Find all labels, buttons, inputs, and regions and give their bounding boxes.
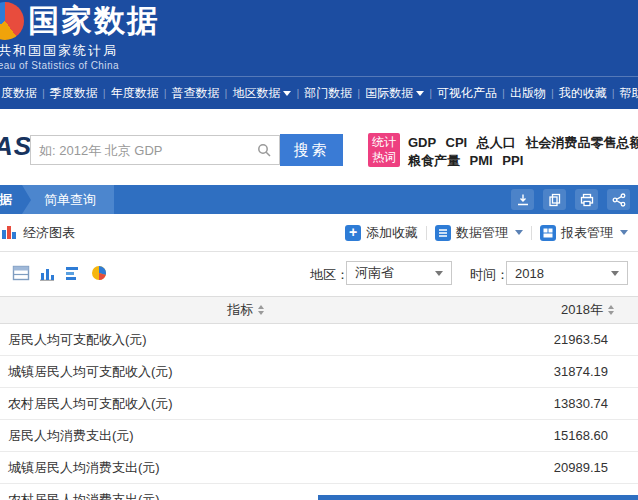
value-cell: 21963.54 bbox=[491, 332, 638, 347]
download-icon[interactable] bbox=[511, 189, 534, 210]
search-section: ASHU 搜索 统计 热词 GDP CPI 总人口 社会消费品零售总额 粮食产量… bbox=[0, 109, 638, 185]
nav-items: 月度数据|季度数据|年度数据|普查数据|地区数据|部门数据|国际数据|可视化产品… bbox=[0, 77, 638, 109]
indicator-cell: 居民人均消费支出(元) bbox=[0, 427, 491, 445]
nav-item-8[interactable]: 可视化产品 bbox=[432, 85, 502, 102]
hot-badge-line2: 热词 bbox=[368, 150, 400, 165]
report-manage-icon bbox=[540, 225, 556, 241]
org-name-cn: 中华人民共和国国家统计局 bbox=[0, 42, 118, 60]
toolbar-divider bbox=[531, 226, 532, 240]
search-box bbox=[30, 135, 280, 165]
main-nav: 月度数据|季度数据|年度数据|普查数据|地区数据|部门数据|国际数据|可视化产品… bbox=[0, 76, 638, 109]
time-label: 时间： bbox=[470, 266, 509, 284]
sort-icon bbox=[608, 305, 614, 315]
hot-badge-line1: 统计 bbox=[368, 135, 400, 150]
chevron-down-icon bbox=[515, 230, 523, 235]
view-switcher bbox=[12, 264, 108, 282]
nav-item-10[interactable]: 我的收藏 bbox=[554, 85, 612, 102]
data-manage-menu[interactable]: 数据管理 bbox=[435, 224, 523, 242]
add-favorite-button[interactable]: + 添加收藏 bbox=[345, 224, 418, 242]
hot-words-badge: 统计 热词 bbox=[368, 133, 400, 167]
org-name-en: National Bureau of Statistics of China bbox=[0, 60, 119, 71]
report-manage-menu[interactable]: 报表管理 bbox=[540, 224, 628, 242]
table-body: 居民人均可支配收入(元)21963.54城镇居民人均可支配收入(元)31874.… bbox=[0, 324, 638, 500]
region-select[interactable]: 河南省 bbox=[346, 261, 452, 285]
search-button[interactable]: 搜索 bbox=[280, 134, 343, 166]
time-select[interactable]: 2018 bbox=[506, 261, 628, 285]
nav-item-1[interactable]: 月度数据 bbox=[0, 85, 42, 102]
search-icon bbox=[257, 143, 271, 157]
filter-row: 地区： 河南省 时间： 2018 bbox=[0, 252, 638, 296]
nav-item-4[interactable]: 普查数据 bbox=[167, 85, 225, 102]
year-column-header[interactable]: 2018年 bbox=[491, 301, 638, 319]
plus-icon: + bbox=[345, 225, 361, 241]
search-input[interactable] bbox=[31, 143, 257, 158]
indicator-cell: 城镇居民人均消费支出(元) bbox=[0, 459, 491, 477]
query-bar-actions bbox=[511, 189, 630, 210]
query-bar-label: 数据 bbox=[0, 185, 13, 214]
bottom-partial-bar bbox=[318, 495, 638, 500]
copy-icon[interactable] bbox=[543, 189, 566, 210]
chevron-down-icon bbox=[611, 271, 619, 276]
table-row: 居民人均可支配收入(元)21963.54 bbox=[0, 324, 638, 356]
table-row: 农村居民人均可支配收入(元)13830.74 bbox=[0, 388, 638, 420]
value-cell: 20989.15 bbox=[491, 460, 638, 475]
chart-toolbar: 经济图表 + 添加收藏 数据管理 报表管理 bbox=[0, 214, 638, 252]
share-icon[interactable] bbox=[607, 189, 630, 210]
nav-item-9[interactable]: 出版物 bbox=[505, 85, 551, 102]
table-header: 指标 2018年 bbox=[0, 296, 638, 324]
list-view-icon[interactable] bbox=[12, 264, 30, 282]
toolbar-divider bbox=[426, 226, 427, 240]
toolbar-actions: + 添加收藏 数据管理 报表管理 bbox=[345, 214, 628, 251]
bar-chart-view-icon[interactable] bbox=[38, 264, 56, 282]
sort-icon bbox=[258, 305, 264, 315]
nav-item-7[interactable]: 国际数据 bbox=[360, 85, 429, 102]
data-table: 指标 2018年 居民人均可支配收入(元)21963.54城镇居民人均可支配收入… bbox=[0, 296, 638, 500]
query-bar: 数据 简单查询 bbox=[0, 185, 638, 214]
tab-economic-charts[interactable]: 经济图表 bbox=[2, 214, 75, 251]
site-logo-icon bbox=[0, 2, 24, 40]
time-value: 2018 bbox=[515, 266, 544, 281]
print-icon[interactable] bbox=[575, 189, 598, 210]
indicator-cell: 居民人均可支配收入(元) bbox=[0, 331, 491, 349]
nav-item-11[interactable]: 帮助 bbox=[615, 85, 638, 102]
table-row: 城镇居民人均消费支出(元)20989.15 bbox=[0, 452, 638, 484]
value-cell: 31874.19 bbox=[491, 364, 638, 379]
nav-item-2[interactable]: 季度数据 bbox=[45, 85, 103, 102]
chevron-down-icon bbox=[416, 91, 424, 96]
site-title: 国家数据 bbox=[28, 0, 160, 42]
report-manage-label: 报表管理 bbox=[561, 224, 613, 242]
hbar-chart-view-icon[interactable] bbox=[64, 264, 82, 282]
chevron-down-icon bbox=[435, 271, 443, 276]
table-row: 居民人均消费支出(元)15168.60 bbox=[0, 420, 638, 452]
value-cell: 13830.74 bbox=[491, 396, 638, 411]
indicator-cell: 农村居民人均可支配收入(元) bbox=[0, 395, 491, 413]
nav-item-6[interactable]: 部门数据 bbox=[299, 85, 357, 102]
economic-charts-label: 经济图表 bbox=[23, 224, 75, 242]
hot-words-line1[interactable]: GDP CPI 总人口 社会消费品零售总额 bbox=[408, 134, 638, 152]
hot-words-line2[interactable]: 粮食产量 PMI PPI bbox=[408, 152, 638, 170]
hot-words: GDP CPI 总人口 社会消费品零售总额 粮食产量 PMI PPI bbox=[408, 134, 638, 170]
region-value: 河南省 bbox=[355, 264, 394, 282]
chevron-down-icon bbox=[620, 230, 628, 235]
year-header-label: 2018年 bbox=[561, 301, 603, 319]
indicator-header-label: 指标 bbox=[227, 301, 253, 319]
pie-chart-view-icon[interactable] bbox=[90, 264, 108, 282]
economic-chart-icon bbox=[2, 225, 17, 240]
data-manage-icon bbox=[435, 225, 451, 241]
table-row: 城镇居民人均可支配收入(元)31874.19 bbox=[0, 356, 638, 388]
indicator-cell: 城镇居民人均可支配收入(元) bbox=[0, 363, 491, 381]
nav-item-5[interactable]: 地区数据 bbox=[227, 85, 296, 102]
value-cell: 15168.60 bbox=[491, 428, 638, 443]
tab-simple-query[interactable]: 简单查询 bbox=[22, 185, 114, 214]
nav-item-3[interactable]: 年度数据 bbox=[106, 85, 164, 102]
chevron-down-icon bbox=[283, 91, 291, 96]
indicator-column-header[interactable]: 指标 bbox=[0, 301, 491, 319]
add-favorite-label: 添加收藏 bbox=[366, 224, 418, 242]
site-header: 国家数据 中华人民共和国国家统计局 National Bureau of Sta… bbox=[0, 0, 638, 76]
data-manage-label: 数据管理 bbox=[456, 224, 508, 242]
region-label: 地区： bbox=[310, 266, 349, 284]
